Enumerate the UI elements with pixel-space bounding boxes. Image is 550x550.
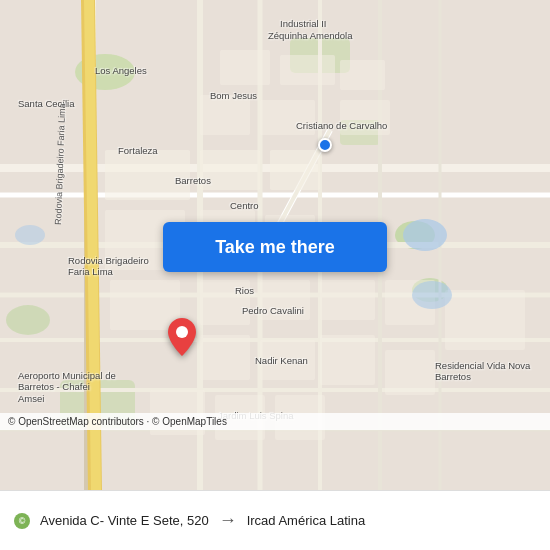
svg-rect-26	[105, 150, 190, 200]
svg-rect-37	[445, 290, 525, 350]
svg-rect-47	[340, 60, 385, 90]
svg-rect-27	[200, 150, 260, 190]
map-container: Industrial IIZéquinha AmendolaLos Angele…	[0, 0, 550, 490]
destination-label: Ircad América Latina	[247, 513, 366, 528]
svg-point-54	[176, 326, 188, 338]
svg-rect-46	[280, 55, 335, 85]
svg-rect-39	[260, 340, 315, 380]
svg-rect-50	[340, 100, 390, 135]
svg-rect-40	[320, 335, 375, 385]
svg-rect-34	[260, 280, 310, 320]
svg-rect-33	[200, 280, 250, 325]
map-attribution: © OpenStreetMap contributors · © OpenMap…	[0, 413, 550, 430]
bottom-bar: © Avenida C- Vinte E Sete, 520 → Ircad A…	[0, 490, 550, 550]
svg-point-51	[403, 219, 447, 251]
osm-logo: ©	[14, 513, 30, 529]
svg-point-52	[412, 281, 452, 309]
svg-rect-49	[260, 100, 315, 135]
arrow-icon: →	[219, 510, 237, 531]
svg-point-53	[15, 225, 45, 245]
svg-rect-45	[220, 50, 270, 85]
svg-rect-28	[270, 150, 320, 190]
svg-rect-48	[200, 95, 250, 135]
svg-point-6	[6, 305, 50, 335]
osm-circle-icon: ©	[14, 513, 30, 529]
origin-label: Avenida C- Vinte E Sete, 520	[40, 513, 209, 528]
destination-marker	[168, 318, 196, 360]
svg-rect-38	[200, 335, 250, 380]
svg-rect-41	[385, 350, 435, 395]
svg-rect-35	[320, 280, 375, 320]
origin-marker	[318, 138, 332, 152]
take-me-there-button[interactable]: Take me there	[163, 222, 387, 272]
